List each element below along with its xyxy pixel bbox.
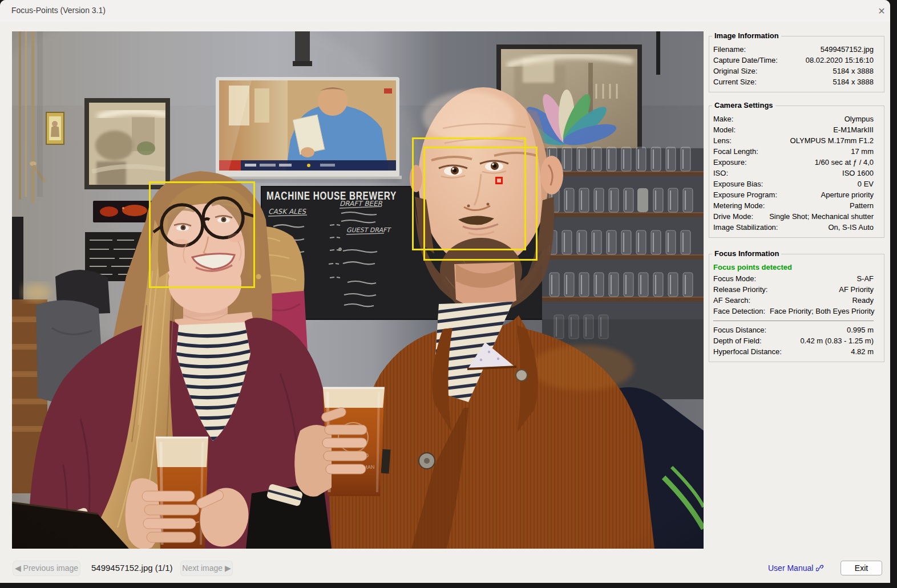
vignette — [12, 31, 704, 549]
window-title: Focus-Points (Version 3.1) — [11, 6, 106, 15]
bottom-toolbar: ◀ Previous image 5499457152.jpg (1/1) Ne… — [0, 558, 890, 583]
info-row: Current Size:5184 x 3888 — [713, 76, 874, 87]
info-row: Metering Mode:Pattern — [713, 200, 874, 211]
info-row: ISO:ISO 1600 — [713, 168, 874, 179]
info-row: Lens:OLYMPUS M.17mm F1.2 — [713, 135, 874, 146]
app-window: Focus-Points (Version 3.1) ✕ — [0, 0, 890, 583]
info-row: Drive Mode:Single Shot; Mechanical shutt… — [713, 211, 874, 222]
camera-settings-panel: Camera Settings Make:Olympus Model:E-M1M… — [709, 106, 884, 238]
info-row: Image Stabilization:On, S-IS Auto — [713, 222, 874, 233]
desktop-background: Focus-Points (Version 3.1) ✕ — [0, 0, 897, 588]
info-row: AF Search:Ready — [713, 295, 874, 306]
info-row: Exposure:1/60 sec at ƒ / 4,0 — [713, 157, 874, 168]
info-row: Face Detection:Face Priority; Both Eyes … — [713, 306, 874, 317]
camera-settings-title: Camera Settings — [712, 101, 775, 110]
info-row: Original Size:5184 x 3888 — [713, 66, 874, 76]
exit-button[interactable]: Exit — [841, 561, 882, 575]
next-image-button[interactable]: Next image ▶ — [180, 561, 233, 576]
info-row: Filename:5499457152.jpg — [713, 44, 874, 55]
focus-information-title: Focus Information — [712, 249, 781, 258]
face-detection-box-man-inner — [423, 147, 538, 261]
close-icon[interactable]: ✕ — [872, 4, 890, 19]
info-row: Model:E-M1MarkIII — [713, 124, 874, 135]
image-information-panel: Image Information Filename:5499457152.jp… — [709, 36, 884, 92]
panel-divider — [713, 321, 874, 321]
previous-image-button[interactable]: ◀ Previous image — [13, 561, 80, 576]
file-position-status: 5499457152.jpg (1/1) — [91, 563, 173, 573]
info-row: Focal Length:17 mm — [713, 146, 874, 157]
photo-canvas: MACHINE HOUSE BREWERY CASK ALES DRAFT BE… — [12, 31, 704, 549]
info-row: Hyperfocal Distance:4.82 m — [713, 346, 874, 357]
face-detection-box-woman — [149, 181, 255, 288]
info-row: Focus Mode:S-AF — [713, 273, 874, 284]
link-icon — [816, 564, 824, 572]
focus-status-message: Focus points detected — [713, 262, 874, 273]
info-row: Exposure Bias:0 EV — [713, 179, 874, 189]
photo-viewer: MACHINE HOUSE BREWERY CASK ALES DRAFT BE… — [12, 31, 704, 549]
image-information-title: Image Information — [712, 31, 781, 40]
focus-information-panel: Focus Information Focus points detected … — [709, 254, 884, 362]
info-row: Focus Distance:0.995 m — [713, 325, 874, 335]
info-row: Capture Date/Time:08.02.2020 15:16:10 — [713, 55, 874, 66]
info-row: Depth of Field:0.42 m (0.83 - 1.25 m) — [713, 335, 874, 346]
info-row: Exposure Program:Aperture priority — [713, 189, 874, 200]
user-manual-link[interactable]: User Manual — [768, 563, 824, 573]
focus-point-marker — [495, 177, 503, 184]
info-row: Make:Olympus — [713, 113, 874, 124]
titlebar: Focus-Points (Version 3.1) ✕ — [0, 0, 890, 22]
info-row: Release Priority:AF Priority — [713, 284, 874, 295]
